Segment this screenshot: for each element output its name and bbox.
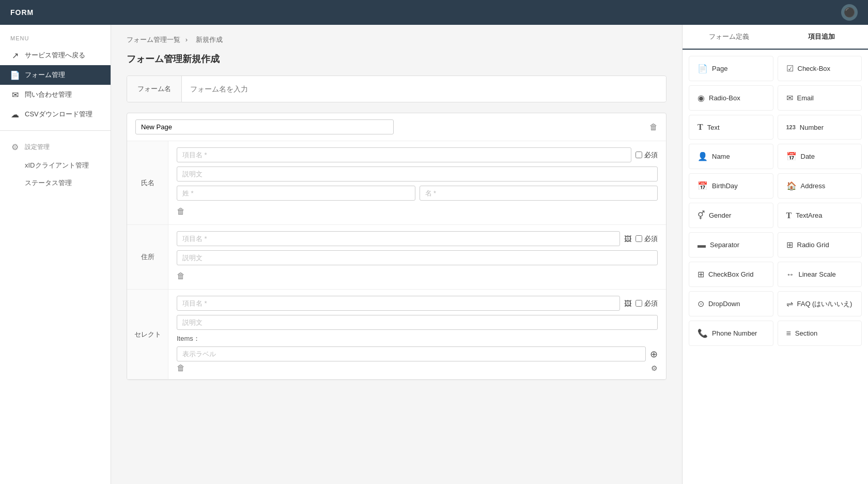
- item-delete-row-2: 🗑: [177, 269, 658, 283]
- form-name-label: フォーム名: [127, 76, 182, 102]
- required-checkbox-2[interactable]: [636, 235, 642, 242]
- app-title: FORM: [10, 8, 34, 17]
- component-text[interactable]: T Text: [689, 115, 773, 140]
- separator-icon: ▬: [698, 240, 706, 250]
- required-checkbox-1[interactable]: [636, 152, 642, 158]
- item-name-input-1[interactable]: [177, 147, 631, 162]
- textarea-icon: T: [786, 211, 792, 220]
- item-footer-3: 🗑 ⚙: [177, 361, 658, 373]
- component-date[interactable]: 📅 Date: [778, 144, 862, 169]
- form-item-address: 住所 🖼 必須 �: [127, 225, 666, 290]
- required-checkbox-row-2: 必須: [636, 234, 658, 244]
- items-display-input[interactable]: [177, 346, 646, 361]
- component-birthday[interactable]: 📅 BirthDay: [689, 173, 773, 199]
- page-block: 🗑 氏名 必須: [127, 113, 667, 380]
- component-faq[interactable]: ⇌ FAQ (はい/いいえ): [778, 291, 862, 316]
- component-phonenumber[interactable]: 📞 Phone Number: [689, 321, 773, 346]
- required-label-2: 必須: [644, 234, 658, 244]
- component-page[interactable]: 📄 Page: [689, 56, 773, 81]
- right-tabs: フォーム定義 項目追加: [683, 25, 868, 50]
- sidebar-item-xid[interactable]: xIDクライアント管理: [0, 157, 111, 174]
- breadcrumb-current: 新規作成: [196, 36, 223, 43]
- item-content-name: 必須 🗑: [168, 141, 666, 224]
- breadcrumb: フォーム管理一覧 › 新規作成: [127, 35, 667, 44]
- item-desc-input-2[interactable]: [177, 250, 658, 265]
- breadcrumb-link[interactable]: フォーム管理一覧: [127, 36, 180, 43]
- faq-icon: ⇌: [786, 299, 793, 309]
- component-address[interactable]: 🏠 Address: [778, 173, 862, 199]
- xid-label: xIDクライアント管理: [25, 161, 89, 169]
- last-name-input[interactable]: [177, 186, 415, 201]
- component-separator-label: Separator: [710, 241, 739, 249]
- item-delete-btn-1[interactable]: 🗑: [177, 207, 185, 216]
- sidebar-divider: [0, 130, 111, 131]
- required-checkbox-row-1: 必須: [636, 150, 658, 160]
- item-label-address: 住所: [127, 225, 168, 289]
- page-icon: 📄: [698, 64, 708, 73]
- image-icon-btn-2[interactable]: 🖼: [624, 235, 631, 243]
- component-number-label: Number: [800, 124, 824, 131]
- component-checkbox-label: Check-Box: [798, 65, 831, 72]
- component-section[interactable]: ≡ Section: [778, 321, 862, 346]
- main-content: フォーム管理一覧 › 新規作成 フォーム管理新規作成 フォーム名 🗑 氏名: [111, 25, 682, 484]
- component-phonenumber-label: Phone Number: [712, 329, 757, 337]
- component-radiogrid[interactable]: ⊞ Radio Grid: [778, 232, 862, 258]
- component-birthday-label: BirthDay: [712, 182, 738, 190]
- components-grid: 📄 Page ☑ Check-Box ◉ Radio-Box ✉ Email T…: [683, 50, 868, 352]
- page-block-header: 🗑: [127, 113, 666, 141]
- component-checkbox[interactable]: ☑ Check-Box: [778, 56, 862, 81]
- sidebar-item-status[interactable]: ステータス管理: [0, 174, 111, 192]
- radiogrid-icon: ⊞: [786, 240, 793, 250]
- component-radiobox[interactable]: ◉ Radio-Box: [689, 85, 773, 111]
- component-checkboxgrid[interactable]: ⊞ CheckBox Grid: [689, 262, 773, 287]
- item-delete-btn-3[interactable]: 🗑: [177, 364, 185, 373]
- image-icon-btn-3[interactable]: 🖼: [624, 299, 631, 308]
- required-label-1: 必須: [644, 150, 658, 160]
- component-linearscale-label: Linear Scale: [799, 270, 836, 278]
- form-name-box: フォーム名: [127, 75, 667, 102]
- sidebar-back-label: サービス管理へ戻る: [25, 51, 85, 60]
- component-number[interactable]: 123 Number: [778, 115, 862, 140]
- component-address-label: Address: [801, 182, 826, 190]
- number-icon: 123: [786, 124, 796, 130]
- component-separator[interactable]: ▬ Separator: [689, 232, 773, 258]
- component-dropdown[interactable]: ⊙ DropDown: [689, 291, 773, 316]
- add-item-btn[interactable]: ⊕: [650, 349, 658, 360]
- sidebar-item-csv[interactable]: ☁ CSVダウンロード管理: [0, 104, 111, 124]
- sidebar-item-back[interactable]: ↗ サービス管理へ戻る: [0, 46, 111, 65]
- form-item-name: 氏名 必須 🗑: [127, 141, 666, 225]
- page-title-input[interactable]: [135, 119, 394, 134]
- item-desc-input-1[interactable]: [177, 167, 658, 182]
- address-icon: 🏠: [786, 181, 797, 191]
- required-checkbox-3[interactable]: [636, 300, 642, 307]
- item-delete-btn-2[interactable]: 🗑: [177, 271, 185, 281]
- right-panel: フォーム定義 項目追加 📄 Page ☑ Check-Box ◉ Radio-B…: [682, 25, 868, 484]
- component-textarea[interactable]: T TextArea: [778, 203, 862, 228]
- component-text-label: Text: [707, 124, 720, 131]
- first-name-input[interactable]: [420, 186, 658, 201]
- linearscale-icon: ↔: [786, 270, 795, 279]
- item-name-input-2[interactable]: [177, 231, 620, 246]
- component-checkboxgrid-label: CheckBox Grid: [708, 270, 753, 278]
- menu-label: MENU: [0, 33, 111, 46]
- component-name[interactable]: 👤 Name: [689, 144, 773, 169]
- item-desc-input-3[interactable]: [177, 315, 658, 330]
- item-content-select: 🖼 必須 Items： ⊕ 🗑: [168, 290, 666, 379]
- component-linearscale[interactable]: ↔ Linear Scale: [778, 262, 862, 287]
- sidebar-item-form[interactable]: 📄 フォーム管理: [0, 65, 111, 85]
- component-section-label: Section: [795, 329, 817, 337]
- component-gender[interactable]: ⚥ Gender: [689, 203, 773, 228]
- user-avatar[interactable]: ⚫: [841, 4, 858, 21]
- breadcrumb-separator: ›: [185, 36, 188, 43]
- form-item-select: セレクト 🖼 必須 Items：: [127, 290, 666, 380]
- component-email[interactable]: ✉ Email: [778, 85, 862, 111]
- sidebar-item-inquiry[interactable]: ✉ 問い合わせ管理: [0, 85, 111, 104]
- settings-icon-btn-3[interactable]: ⚙: [651, 364, 658, 372]
- component-radiobox-label: Radio-Box: [709, 94, 740, 102]
- required-checkbox-row-3: 必須: [636, 299, 658, 308]
- form-name-input[interactable]: [182, 77, 666, 101]
- item-name-input-3[interactable]: [177, 296, 620, 311]
- page-delete-button[interactable]: 🗑: [649, 123, 658, 132]
- tab-form-def[interactable]: フォーム定義: [683, 25, 776, 50]
- tab-add-item[interactable]: 項目追加: [776, 25, 869, 50]
